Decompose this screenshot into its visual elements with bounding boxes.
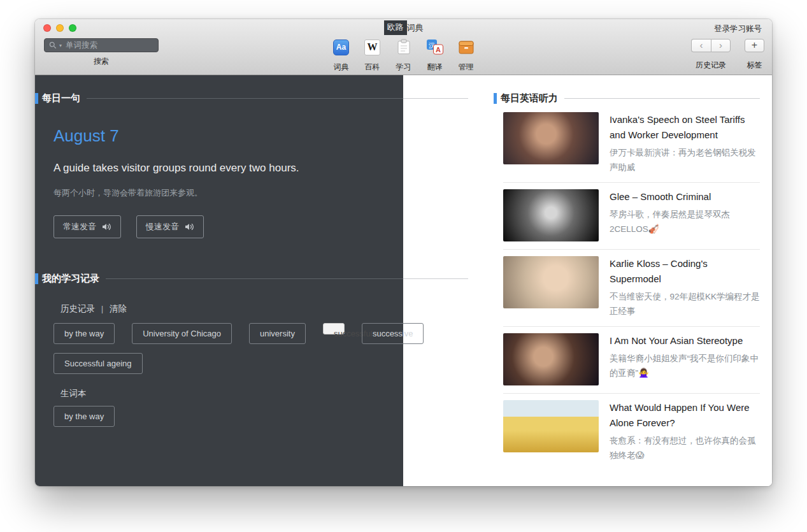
study-record-header: 我的学习记录 xyxy=(35,273,468,285)
slow-speed-label: 慢速发音 xyxy=(146,221,179,233)
search-input[interactable] xyxy=(64,40,154,50)
listening-thumbnail xyxy=(503,189,599,241)
listening-item-title: I Am Not Your Asian Stereotype xyxy=(610,333,760,349)
tag-group: + 标签 xyxy=(745,39,764,71)
slow-speed-button[interactable]: 慢速发音 xyxy=(136,215,204,238)
history-tag[interactable]: Successful ageing xyxy=(54,353,143,374)
listening-item-subtitle: 美籍华裔小姐姐发声“我不是你们印象中的亚裔”🙅‍♀️ xyxy=(610,351,760,380)
section-accent-bar xyxy=(35,273,38,284)
toolbar-right-controls: ‹ › 历史记录 + 标签 xyxy=(691,38,764,71)
listening-item-text: Glee – Smooth Criminal 琴房斗歌，伴奏居然是提琴双杰2CE… xyxy=(610,189,760,241)
window-title-dark-part: 欧路 xyxy=(384,20,407,35)
app-window: 欧路 词典 登录学习账号 ▾ 搜索 xyxy=(35,19,772,486)
listening-item-title: Glee – Smooth Criminal xyxy=(610,189,760,205)
toolbar-icons: Aa 词典 W 百科 xyxy=(330,38,478,73)
history-label: 历史记录 xyxy=(61,304,95,313)
back-button[interactable]: ‹ xyxy=(691,39,711,52)
wordbook-tags: by the way xyxy=(54,406,487,436)
study-tool-button[interactable]: 学习 xyxy=(392,38,415,73)
search-field[interactable]: ▾ xyxy=(44,38,159,52)
history-tag[interactable]: university xyxy=(249,323,306,344)
listening-item[interactable]: Karlie Kloss – Coding's Supermodel 不当维密天… xyxy=(503,250,760,327)
add-tag-button[interactable]: + xyxy=(745,39,764,52)
listening-item-title: Karlie Kloss – Coding's Supermodel xyxy=(610,256,760,287)
tag-label: 标签 xyxy=(747,60,762,71)
zoom-button[interactable] xyxy=(69,24,76,32)
right-pane: 每日英语听力 Ivanka's Speech on Steel Tariffs … xyxy=(494,75,772,486)
daily-sentence-header: 每日一句 xyxy=(35,92,468,104)
window-title: 欧路 词典 xyxy=(384,20,424,35)
manage-drawer-icon xyxy=(458,39,475,55)
normal-speed-button[interactable]: 常速发音 xyxy=(54,215,121,238)
listening-list: Ivanka's Speech on Steel Tariffs and Wor… xyxy=(503,106,760,470)
search-label: 搜索 xyxy=(94,56,109,67)
toolbar: ▾ 搜索 Aa 词典 W 百科 xyxy=(35,36,772,75)
study-notepad-icon xyxy=(396,39,412,55)
window-chrome: 欧路 词典 登录学习账号 ▾ 搜索 xyxy=(35,19,772,75)
listening-thumbnail xyxy=(503,333,599,385)
listening-item-subtitle: 丧愈系：有没有想过，也许你真的会孤独终老😱 xyxy=(610,433,760,463)
dictionary-icon: Aa xyxy=(333,40,349,55)
history-tags: by the way University of Chicago univers… xyxy=(54,323,487,383)
normal-speed-label: 常速发音 xyxy=(63,221,96,233)
dictionary-tool-button[interactable]: Aa 词典 xyxy=(330,38,353,73)
history-row-label: 历史记录 | 清除 xyxy=(61,303,494,315)
section-divider-line xyxy=(106,278,468,279)
listening-thumbnail xyxy=(503,400,599,452)
history-tag[interactable]: successfulness xyxy=(323,323,345,334)
section-divider-line xyxy=(87,98,468,99)
search-scope-arrow-icon[interactable]: ▾ xyxy=(59,43,62,48)
listening-item-text: Karlie Kloss – Coding's Supermodel 不当维密天… xyxy=(610,256,760,319)
main-content: 每日一句 August 7 A guide takes visitor grou… xyxy=(35,75,772,486)
dictionary-tool-label: 词典 xyxy=(334,62,349,73)
titlebar: 欧路 词典 登录学习账号 xyxy=(35,19,772,36)
listening-item[interactable]: Glee – Smooth Criminal 琴房斗歌，伴奏居然是提琴双杰2CE… xyxy=(503,183,760,250)
wordbook-label: 生词本 xyxy=(61,388,494,399)
history-tag[interactable]: University of Chicago xyxy=(132,323,232,344)
listening-item-subtitle: 琴房斗歌，伴奏居然是提琴双杰2CELLOS🎻 xyxy=(610,207,760,236)
study-record-title: 我的学习记录 xyxy=(42,273,99,285)
listening-header: 每日英语听力 xyxy=(494,92,760,104)
listening-title: 每日英语听力 xyxy=(501,92,558,104)
translate-tool-label: 翻译 xyxy=(427,62,443,73)
close-button[interactable] xyxy=(43,24,51,32)
minimize-button[interactable] xyxy=(56,24,64,32)
label-separator: | xyxy=(101,304,104,313)
window-title-light-part: 词典 xyxy=(407,22,424,34)
history-tag[interactable]: by the way xyxy=(54,323,115,344)
translate-icon: 汉 A xyxy=(426,39,444,55)
wikipedia-tool-button[interactable]: W 百科 xyxy=(361,38,384,73)
left-pane: 每日一句 August 7 A guide takes visitor grou… xyxy=(35,75,494,486)
daily-sentence-date: August 7 xyxy=(54,126,494,146)
listening-item[interactable]: What Would Happen If You Were Alone Fore… xyxy=(503,394,760,470)
history-tag[interactable]: successive xyxy=(362,323,424,344)
daily-sentence-english: A guide takes visitor groups round every… xyxy=(54,162,398,175)
manage-tool-button[interactable]: 管理 xyxy=(455,38,478,73)
section-accent-bar xyxy=(494,93,497,104)
listening-item-title: Ivanka's Speech on Steel Tariffs and Wor… xyxy=(610,112,760,143)
listening-item[interactable]: I Am Not Your Asian Stereotype 美籍华裔小姐姐发声… xyxy=(503,327,760,394)
svg-text:A: A xyxy=(436,46,441,54)
pronunciation-buttons: 常速发音 慢速发音 xyxy=(54,215,494,238)
clear-history-link[interactable]: 清除 xyxy=(110,304,127,313)
daily-sentence-title: 每日一句 xyxy=(42,92,80,104)
wordbook-tag[interactable]: by the way xyxy=(54,406,115,427)
wikipedia-icon: W xyxy=(364,40,380,55)
section-accent-bar xyxy=(35,93,38,104)
listening-item-text: Ivanka's Speech on Steel Tariffs and Wor… xyxy=(610,112,760,175)
listening-item[interactable]: Ivanka's Speech on Steel Tariffs and Wor… xyxy=(503,106,760,183)
daily-sentence-translation: 每两个小时，导游会带着旅游团来参观。 xyxy=(54,187,494,199)
listening-item-text: What Would Happen If You Were Alone Fore… xyxy=(610,400,760,463)
speaker-icon xyxy=(185,223,194,231)
section-divider-line xyxy=(564,98,760,99)
translate-tool-button[interactable]: 汉 A 翻译 xyxy=(424,38,446,73)
listening-thumbnail xyxy=(503,112,599,164)
history-nav-group: ‹ › 历史记录 xyxy=(691,39,731,71)
search-icon xyxy=(49,41,57,49)
listening-item-subtitle: 不当维密天使，92年超模KK学编程才是正经事 xyxy=(610,289,760,319)
forward-button[interactable]: › xyxy=(711,39,731,52)
login-account-link[interactable]: 登录学习账号 xyxy=(714,24,762,34)
history-nav-label: 历史记录 xyxy=(696,60,726,71)
wikipedia-tool-label: 百科 xyxy=(365,62,380,73)
listening-thumbnail xyxy=(503,256,599,308)
